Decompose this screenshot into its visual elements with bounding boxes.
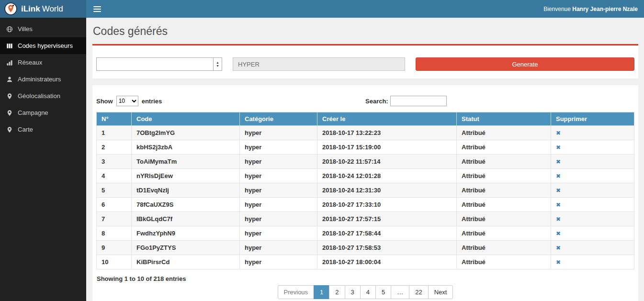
show-label: Show [96, 98, 113, 105]
table-row: 8FwdhzYphN9hyper2018-10-27 17:58:44Attri… [97, 226, 634, 241]
map-marker-icon [6, 110, 13, 116]
delete-code-icon[interactable]: ✖ [556, 245, 561, 251]
delete-code-icon[interactable]: ✖ [556, 259, 561, 266]
column-header-n-: N° [97, 112, 132, 126]
cell-num: 2 [97, 140, 132, 155]
cell-delete: ✖ [551, 169, 634, 183]
cell-status: Attribué [457, 183, 551, 198]
sidebar-item-geolocalisation[interactable]: Géolocalisation [0, 88, 86, 104]
cell-category: hyper [240, 183, 317, 198]
cell-code: FGo1PyZTYS [132, 241, 240, 255]
code-count-input[interactable] [97, 58, 213, 70]
bar-chart-icon [6, 59, 13, 66]
entries-label: entries [142, 98, 162, 105]
pagination-page-1[interactable]: 1 [314, 285, 329, 299]
pagination-next-button[interactable]: Next [428, 285, 453, 299]
cell-num: 9 [97, 241, 132, 255]
cell-delete: ✖ [551, 183, 634, 198]
cell-code: FwdhzYphN9 [132, 226, 240, 241]
sidebar-item-codes-hyperviseurs[interactable]: Codes hyperviseurs [0, 37, 86, 54]
brand[interactable]: iLinkWorld [0, 0, 86, 18]
cell-num: 3 [97, 155, 132, 169]
sidebar-item-label: Géolocalisation [18, 92, 60, 100]
welcome-user-name: Hanry Jean-pierre Nzale [572, 6, 638, 12]
cell-status: Attribué [457, 140, 551, 155]
cell-num: 10 [97, 255, 132, 269]
sidebar-item-label: Administrateurs [18, 76, 61, 83]
table-row: 7IBkGLqdC7fhyper2018-10-27 17:57:15Attri… [97, 212, 634, 226]
cell-date: 2018-10-27 17:57:15 [317, 212, 457, 226]
delete-code-icon[interactable]: ✖ [556, 130, 561, 136]
cell-num: 8 [97, 226, 132, 241]
sidebar-item-carte[interactable]: Carte [0, 121, 86, 138]
topbar: Bienvenue Hanry Jean-pierre Nzale [86, 0, 644, 18]
cell-category: hyper [240, 140, 317, 155]
cell-code: ToAiMymaTm [132, 155, 240, 169]
search-label: Search: [365, 98, 388, 105]
sidebar-item-reseaux[interactable]: Réseaux [0, 54, 86, 71]
cell-category: hyper [240, 212, 317, 226]
cell-code: 7OBtg2lmYG [132, 126, 240, 140]
column-header-statut: Statut [457, 112, 551, 126]
cell-delete: ✖ [551, 126, 634, 140]
delete-code-icon[interactable]: ✖ [556, 201, 561, 208]
pagination-page-3[interactable]: 3 [345, 285, 361, 299]
column-header-supprimer: Supprimer [551, 112, 634, 126]
cell-code: IBkGLqdC7f [132, 212, 240, 226]
generate-panel: ▲▼ Generate [92, 44, 638, 78]
cell-status: Attribué [457, 198, 551, 212]
cell-category: hyper [240, 255, 317, 269]
welcome-prefix: Bienvenue [543, 6, 571, 12]
sidebar-menu: VillesCodes hyperviseursRéseauxAdministr… [0, 18, 86, 138]
page-length-select[interactable]: 10 [116, 96, 138, 106]
table-row: 17OBtg2lmYGhyper2018-10-17 13:22:23Attri… [97, 126, 634, 140]
table-info: Showing 1 to 10 of 218 entries [97, 275, 634, 282]
delete-code-icon[interactable]: ✖ [556, 173, 561, 179]
welcome-text: Bienvenue Hanry Jean-pierre Nzale [543, 6, 638, 12]
cell-delete: ✖ [551, 198, 634, 212]
cell-status: Attribué [457, 126, 551, 140]
search-control: Search: [365, 96, 634, 106]
generate-button[interactable]: Generate [416, 57, 634, 71]
sidebar-item-campagne[interactable]: Campagne [0, 104, 86, 121]
sidebar: iLinkWorld VillesCodes hyperviseursRésea… [0, 0, 86, 301]
codes-table: N°CodeCatégorieCréer leStatutSupprimer 1… [96, 112, 634, 269]
cell-num: 6 [97, 198, 132, 212]
cell-num: 1 [97, 126, 132, 140]
pagination-page-2[interactable]: 2 [329, 285, 345, 299]
delete-code-icon[interactable]: ✖ [556, 158, 561, 165]
app-logo-icon [4, 2, 17, 15]
column-header-creer-le: Créer le [317, 112, 457, 126]
sidebar-item-administrateurs[interactable]: Administrateurs [0, 71, 86, 88]
cell-code: kbHS2j3zbA [132, 140, 240, 155]
pagination-page-5[interactable]: 5 [375, 285, 391, 299]
table-row: 678fCaUXZ9Shyper2018-10-27 17:33:10Attri… [97, 198, 634, 212]
cell-category: hyper [240, 226, 317, 241]
sidebar-item-label: Campagne [18, 109, 48, 116]
pagination-page-4[interactable]: 4 [360, 285, 376, 299]
delete-code-icon[interactable]: ✖ [556, 230, 561, 237]
cell-status: Attribué [457, 226, 551, 241]
cell-status: Attribué [457, 212, 551, 226]
table-row: 3ToAiMymaTmhyper2018-10-22 11:57:14Attri… [97, 155, 634, 169]
cell-date: 2018-10-27 17:58:44 [317, 226, 457, 241]
sidebar-item-villes[interactable]: Villes [0, 21, 86, 37]
code-count-stepper[interactable]: ▲▼ [96, 57, 222, 71]
cell-status: Attribué [457, 169, 551, 183]
delete-code-icon[interactable]: ✖ [556, 187, 561, 194]
delete-code-icon[interactable]: ✖ [556, 216, 561, 223]
cell-date: 2018-10-27 17:58:53 [317, 241, 457, 255]
brand-title: iLinkWorld [21, 4, 63, 14]
delete-code-icon[interactable]: ✖ [556, 144, 561, 151]
cell-date: 2018-10-17 13:22:23 [317, 126, 457, 140]
user-icon [6, 76, 13, 83]
cell-delete: ✖ [551, 140, 634, 155]
stepper-arrows-icon[interactable]: ▲▼ [213, 58, 222, 70]
search-input[interactable] [390, 96, 447, 106]
cell-date: 2018-10-22 11:57:14 [317, 155, 457, 169]
table-row: 5tD1EvqNzIjhyper2018-10-24 12:31:30Attri… [97, 183, 634, 198]
menu-toggle-icon[interactable] [92, 4, 102, 14]
pagination: Previous12345…22Next [96, 285, 634, 299]
pagination-previous-button[interactable]: Previous [278, 285, 315, 299]
pagination-page-22[interactable]: 22 [409, 285, 428, 299]
